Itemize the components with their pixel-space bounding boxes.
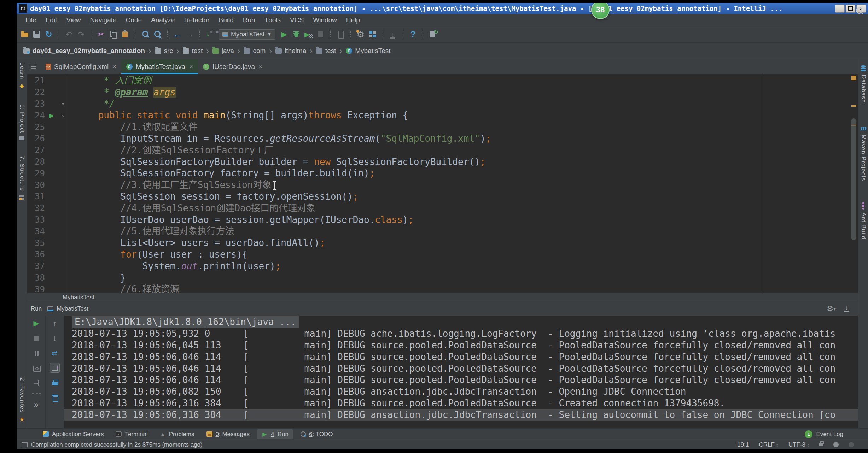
scrollbar-thumb[interactable] bbox=[851, 118, 856, 240]
run-line-icon[interactable]: ▶ bbox=[49, 112, 54, 119]
tool-stripe-7-structure[interactable]: 7: Structure bbox=[18, 156, 25, 201]
undo-icon[interactable] bbox=[64, 29, 74, 40]
print-icon[interactable] bbox=[50, 378, 60, 388]
menu-file[interactable]: File bbox=[21, 14, 41, 26]
menu-navigate[interactable]: Navigate bbox=[86, 14, 121, 26]
stop2-icon[interactable] bbox=[31, 333, 41, 343]
save-all-icon[interactable] bbox=[31, 29, 42, 40]
line-ending-selector[interactable]: CRLF bbox=[759, 441, 778, 448]
editor-tab-iuserdao-java[interactable]: IUserDao.java× bbox=[198, 59, 268, 74]
breadcrumb-item-java[interactable]: java bbox=[211, 47, 236, 55]
tabs-list-icon[interactable] bbox=[31, 65, 36, 69]
run-icon[interactable] bbox=[279, 29, 290, 40]
tool-stripe-1-project[interactable]: 1: Project bbox=[18, 104, 25, 140]
project-structure-icon[interactable] bbox=[367, 29, 378, 40]
tool-stripe-2-favorites[interactable]: 2: Favorites bbox=[18, 377, 25, 423]
toolwindow-button-0-messages[interactable]: 0: Messages bbox=[202, 429, 254, 439]
replace-icon[interactable] bbox=[152, 29, 163, 40]
breadcrumb-item-mybatistest[interactable]: MybatisTest bbox=[344, 47, 392, 55]
editor-tab-mybatistest-java[interactable]: MybatisTest.java× bbox=[121, 59, 198, 74]
minimize-button[interactable]: _ bbox=[835, 5, 845, 13]
code-editor[interactable]: 21 * 入门案例22 * @param args23▿ */24▶▿ publ… bbox=[27, 74, 858, 293]
bytecode-icon[interactable] bbox=[204, 29, 215, 40]
close-icon[interactable]: × bbox=[189, 63, 193, 71]
maven-reimport-icon[interactable] bbox=[388, 29, 398, 40]
hector-inspections-icon[interactable] bbox=[833, 442, 839, 447]
pause-output-icon[interactable] bbox=[31, 348, 41, 358]
cut-icon[interactable] bbox=[96, 29, 106, 40]
menu-window[interactable]: Window bbox=[308, 14, 342, 26]
toolwindow-button-application-servers[interactable]: Application Servers bbox=[39, 429, 108, 439]
breadcrumb-item-test[interactable]: test bbox=[314, 47, 338, 55]
lock-icon[interactable] bbox=[819, 443, 823, 446]
sync-icon[interactable] bbox=[43, 29, 54, 40]
caret-position[interactable]: 19:1 bbox=[737, 441, 749, 448]
redo-icon[interactable] bbox=[76, 29, 86, 40]
encoding-selector[interactable]: UTF-8 bbox=[788, 441, 809, 448]
debug-icon[interactable] bbox=[291, 29, 302, 40]
paste-icon[interactable] bbox=[120, 29, 130, 40]
breadcrumb-item-src[interactable]: src bbox=[153, 47, 175, 55]
commit-icon[interactable] bbox=[428, 29, 438, 40]
up-stack-icon[interactable] bbox=[50, 318, 60, 328]
warning-stripe-mark[interactable] bbox=[851, 105, 856, 107]
hide-panel-icon[interactable] bbox=[843, 305, 850, 312]
run-config-combo[interactable]: MybatisTest▼ bbox=[219, 29, 275, 40]
menu-build[interactable]: Build bbox=[214, 14, 238, 26]
gear-icon[interactable] bbox=[827, 305, 833, 313]
copy-icon[interactable] bbox=[108, 29, 118, 40]
attach-icon[interactable] bbox=[335, 29, 346, 40]
status-screen-icon[interactable] bbox=[22, 442, 28, 447]
run-tab[interactable]: MybatisTest bbox=[47, 305, 88, 312]
stop-icon[interactable] bbox=[315, 29, 326, 40]
toolwindow-button-4-run[interactable]: 4: Run bbox=[257, 429, 293, 439]
menu-tools[interactable]: Tools bbox=[260, 14, 285, 26]
back-icon[interactable] bbox=[172, 29, 183, 40]
forward-icon[interactable] bbox=[184, 29, 195, 40]
menu-view[interactable]: View bbox=[62, 14, 85, 26]
search-everywhere-icon[interactable] bbox=[854, 6, 864, 16]
clear-all-icon[interactable] bbox=[50, 393, 60, 402]
editor-tab-sqlmapconfig-xml[interactable]: SqlMapConfig.xml× bbox=[41, 59, 121, 74]
close-icon[interactable]: × bbox=[112, 63, 116, 71]
tool-stripe-database[interactable]: Database bbox=[860, 65, 867, 103]
menu-edit[interactable]: Edit bbox=[41, 14, 62, 26]
toolwindow-button-6-todo[interactable]: 6: TODO bbox=[296, 429, 337, 439]
breadcrumb-item-test[interactable]: test bbox=[181, 47, 205, 55]
fold-icon[interactable]: ▿ bbox=[62, 113, 64, 118]
toolwindow-button-problems[interactable]: Problems bbox=[156, 429, 199, 439]
tool-stripe-ant-build[interactable]: Ant Build bbox=[860, 203, 867, 240]
breadcrumb-item-day01-eesy-02mybatis-annotation[interactable]: day01_eesy_02mybatis_annotation bbox=[22, 47, 147, 55]
help-icon[interactable] bbox=[408, 29, 418, 40]
title-bar[interactable]: IJ day01_eesy_02mybatis_annotation [D:\I… bbox=[17, 3, 868, 14]
coverage-icon[interactable] bbox=[303, 29, 314, 40]
dump-threads-icon[interactable] bbox=[31, 363, 41, 373]
exit-icon[interactable] bbox=[31, 378, 41, 388]
tool-stripe-maven-projects[interactable]: Maven Projects bbox=[860, 125, 867, 181]
editor-scrollbar[interactable] bbox=[849, 74, 858, 293]
settings-icon[interactable] bbox=[355, 29, 366, 40]
breadcrumb-item-com[interactable]: com bbox=[242, 47, 267, 55]
menu-analyze[interactable]: Analyze bbox=[146, 14, 180, 26]
menu-code[interactable]: Code bbox=[121, 14, 146, 26]
fold-icon[interactable]: ▿ bbox=[62, 101, 64, 107]
warnings-indicator[interactable] bbox=[851, 76, 856, 80]
breadcrumb-item-itheima[interactable]: itheima bbox=[274, 47, 308, 55]
scroll-end-icon[interactable] bbox=[50, 363, 60, 373]
tool-stripe-learn[interactable]: Learn bbox=[18, 62, 25, 89]
menu-refactor[interactable]: Refactor bbox=[180, 14, 214, 26]
more-icon[interactable] bbox=[31, 400, 41, 410]
close-icon[interactable]: × bbox=[259, 63, 263, 71]
menu-help[interactable]: Help bbox=[342, 14, 365, 26]
open-folder-icon[interactable] bbox=[19, 29, 30, 40]
rerun-icon[interactable] bbox=[31, 318, 41, 328]
toolwindow-button-terminal[interactable]: Terminal bbox=[111, 429, 152, 439]
find-icon[interactable] bbox=[140, 29, 151, 40]
soft-wrap-icon[interactable] bbox=[50, 348, 60, 358]
down-stack-icon[interactable] bbox=[50, 333, 60, 343]
menu-run[interactable]: Run bbox=[238, 14, 260, 26]
console-output[interactable]: E:\Java\JDK1.8\jdk1.8.0_162\bin\java ...… bbox=[64, 316, 858, 428]
event-log-button[interactable]: 1 Event Log bbox=[805, 430, 868, 438]
editor-breadcrumb-bottom[interactable]: MybatisTest bbox=[27, 293, 858, 302]
menu-vcs[interactable]: VCS bbox=[285, 14, 308, 26]
